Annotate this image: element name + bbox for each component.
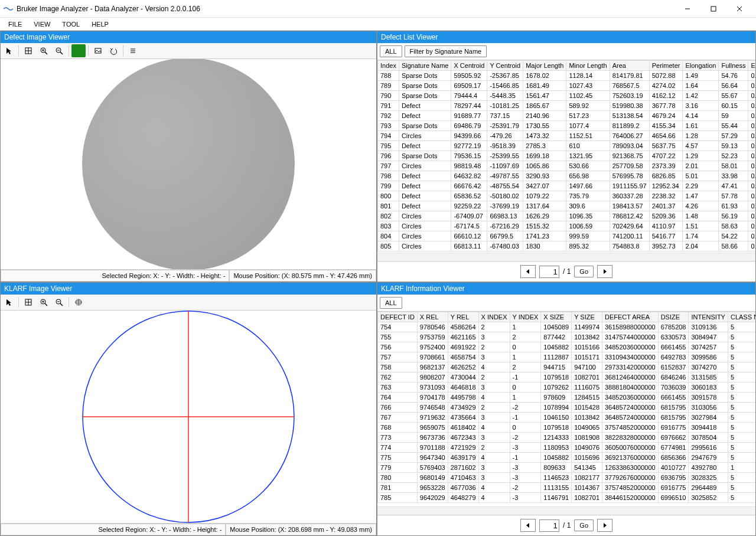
table-row[interactable]: 7559753759462116532877442101384231475744…: [378, 332, 756, 342]
zoom-fit-tool[interactable]: [21, 44, 35, 57]
klarf-image-canvas[interactable]: [1, 311, 376, 523]
table-row[interactable]: 792Defect91689.77737.152140.96517.235131…: [378, 111, 756, 121]
column-header[interactable]: Y REL: [448, 312, 478, 322]
table-row[interactable]: 7589682137462625242944715947100297331420…: [378, 362, 756, 372]
table-row[interactable]: 794Circles94399.66-479.261473.321152.517…: [378, 131, 756, 141]
next-page-button[interactable]: [597, 265, 612, 278]
column-header[interactable]: Area: [610, 61, 649, 71]
table-row[interactable]: 793Sparse Dots69486.79-25391.791730.5510…: [378, 121, 756, 131]
table-row[interactable]: 7569752400469192220104588210151663485203…: [378, 342, 756, 352]
zoom-in-tool[interactable]: [37, 44, 51, 57]
table-row[interactable]: 775964734046391794-110458821015696369213…: [378, 453, 756, 463]
column-header[interactable]: Elongation: [683, 61, 719, 71]
table-row[interactable]: 797Circles98819.48-11097.691065.86530.66…: [378, 161, 756, 171]
column-header[interactable]: DSIZE: [658, 312, 689, 322]
menu-help[interactable]: HELP: [86, 19, 115, 29]
zoom-fit-tool[interactable]: [21, 296, 35, 309]
table-row[interactable]: 798Defect64632.82-49787.553290.93656.985…: [378, 171, 756, 181]
column-header[interactable]: Eccentricity: [748, 61, 755, 71]
table-row[interactable]: 7689659075461840240107951810490653757485…: [378, 423, 756, 433]
all-filter-button[interactable]: ALL: [380, 45, 402, 57]
zoom-in-tool[interactable]: [37, 296, 51, 309]
defect-list-table-scroll[interactable]: IndexSignature NameX CentroidY CentroidM…: [377, 60, 755, 253]
pointer-tool[interactable]: [2, 44, 16, 57]
table-row[interactable]: 774970118847219292-311809531049076360500…: [378, 443, 756, 453]
table-cell: 589.92: [566, 101, 610, 111]
all-filter-button[interactable]: ALL: [380, 297, 402, 309]
column-header[interactable]: Index: [378, 61, 399, 71]
signature-filter-button[interactable]: Filter by Signature Name: [405, 45, 487, 57]
color-swatch-tool[interactable]: [71, 44, 86, 57]
column-header[interactable]: Y INDEX: [510, 312, 541, 322]
table-row[interactable]: 796Sparse Dots79536.15-25399.551699.1813…: [378, 151, 756, 161]
table-row[interactable]: 804Circles66610.1266799.51741.23999.5974…: [378, 231, 756, 241]
column-header[interactable]: Fullness: [719, 61, 748, 71]
close-button[interactable]: [726, 1, 752, 17]
grid-tool[interactable]: [71, 296, 86, 309]
table-row[interactable]: 766974654847349292-210789941015428364857…: [378, 403, 756, 413]
table-row[interactable]: 795Defect92772.19-9518.392785.3610789093…: [378, 141, 756, 151]
horizontal-scrollbar[interactable]: [377, 253, 755, 261]
table-row[interactable]: 762980820747300442-110795181082701368124…: [378, 372, 756, 383]
column-header[interactable]: INTENSITY: [689, 312, 728, 322]
column-header[interactable]: Y SIZE: [572, 312, 602, 322]
column-header[interactable]: X REL: [417, 312, 448, 322]
page-input[interactable]: [539, 519, 559, 532]
table-row[interactable]: 789Sparse Dots69509.17-15466.851681.4910…: [378, 81, 756, 91]
zoom-out-tool[interactable]: [52, 296, 66, 309]
table-row[interactable]: 780968014947104633-311465231082177377926…: [378, 473, 756, 483]
undo-tool[interactable]: [106, 44, 120, 57]
column-header[interactable]: CLASS NUMBER: [728, 312, 755, 322]
pointer-tool[interactable]: [2, 296, 16, 309]
table-row[interactable]: 779576940328716023-380963354134512633863…: [378, 463, 756, 473]
table-row[interactable]: 767971963247356643-110461501013842364857…: [378, 413, 756, 423]
image-mode-tool[interactable]: [91, 44, 105, 57]
zoom-out-tool[interactable]: [52, 44, 66, 57]
column-header[interactable]: DEFECT ID: [378, 312, 418, 322]
menu-view[interactable]: VIEW: [28, 19, 56, 29]
table-row[interactable]: 788Sparse Dots59505.92-25367.851678.0211…: [378, 71, 756, 81]
table-row[interactable]: 781965322846770364-211131551014367375748…: [378, 483, 756, 493]
table-row[interactable]: 799Defect66676.42-48755.543427.071497.66…: [378, 181, 756, 191]
table-cell: 1079518: [541, 423, 572, 433]
table-row[interactable]: 7639731093464681830107926211160753888180…: [378, 383, 756, 393]
go-button[interactable]: Go: [574, 266, 594, 277]
prev-page-button[interactable]: [520, 519, 536, 532]
prev-page-button[interactable]: [520, 265, 536, 278]
column-header[interactable]: X Centroid: [451, 61, 487, 71]
maximize-button[interactable]: [700, 1, 726, 17]
table-cell: 4648279: [448, 493, 478, 503]
table-row[interactable]: 773967373646723433-212143331081908382283…: [378, 433, 756, 443]
column-header[interactable]: Perimeter: [649, 61, 683, 71]
table-row[interactable]: 805Circles66813.11-67480.031830895.32754…: [378, 241, 756, 251]
table-cell: 610: [566, 141, 610, 151]
defect-image-canvas[interactable]: [1, 59, 376, 269]
table-row[interactable]: 7649704178449579841978609128451534852036…: [378, 393, 756, 403]
table-row[interactable]: 7549780546458626421104508911499743615898…: [378, 322, 756, 332]
table-row[interactable]: 7579708661465875431111288710151713310943…: [378, 352, 756, 362]
list-tool[interactable]: [126, 44, 140, 57]
horizontal-scrollbar[interactable]: [377, 506, 755, 515]
column-header[interactable]: Signature Name: [399, 61, 451, 71]
table-row[interactable]: 800Defect65836.52-50180.021079.22735.793…: [378, 191, 756, 201]
column-header[interactable]: X SIZE: [541, 312, 572, 322]
next-page-button[interactable]: [597, 519, 612, 532]
table-row[interactable]: 803Circles-67174.5-67216.291515.321006.5…: [378, 221, 756, 231]
klarf-info-table-scroll[interactable]: DEFECT IDX RELY RELX INDEXY INDEXX SIZEY…: [377, 311, 755, 506]
table-row[interactable]: 802Circles-67409.0766983.131626.291096.3…: [378, 211, 756, 221]
table-row[interactable]: 801Defect92259.22-37699.191317.64309.619…: [378, 201, 756, 211]
menu-tool[interactable]: TOOL: [56, 19, 86, 29]
column-header[interactable]: DEFECT AREA: [602, 312, 659, 322]
table-row[interactable]: 790Sparse Dots79444.4-5448.351561.471102…: [378, 91, 756, 101]
minimize-button[interactable]: [674, 1, 700, 17]
column-header[interactable]: Y Centroid: [487, 61, 523, 71]
table-row[interactable]: 785964202946482794-311467911082701384461…: [378, 493, 756, 503]
go-button[interactable]: Go: [574, 519, 594, 531]
table-row[interactable]: 791Defect78297.44-10181.251865.67589.925…: [378, 101, 756, 111]
column-header[interactable]: X INDEX: [478, 312, 510, 322]
menu-file[interactable]: FILE: [2, 19, 28, 29]
column-header[interactable]: Minor Length: [566, 61, 610, 71]
column-header[interactable]: Major Length: [523, 61, 566, 71]
table-cell: Circles: [399, 241, 451, 251]
page-input[interactable]: [539, 266, 559, 278]
